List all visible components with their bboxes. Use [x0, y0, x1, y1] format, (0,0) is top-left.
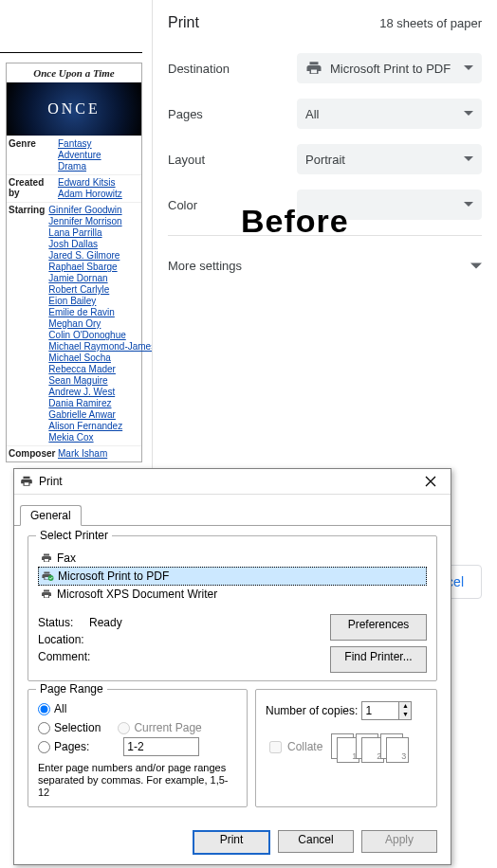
- radio-current-page: [118, 722, 130, 734]
- wiki-link[interactable]: Jared S. Gilmore: [48, 250, 120, 261]
- wiki-link[interactable]: Drama: [58, 161, 86, 172]
- wiki-link[interactable]: Emilie de Ravin: [48, 307, 114, 317]
- copies-spinner[interactable]: ▲▼: [361, 701, 412, 720]
- printer-icon: [40, 552, 53, 564]
- infobox-key: Created by: [7, 175, 56, 202]
- radio-pages[interactable]: [38, 741, 50, 753]
- infobox: Once Upon a Time ONCE GenreFantasyAdvent…: [6, 63, 142, 462]
- chevron-down-icon: [464, 65, 473, 71]
- collate-checkbox: [269, 741, 282, 753]
- layout-select[interactable]: Portrait: [297, 144, 482, 174]
- wiki-link[interactable]: Mekia Cox: [48, 432, 93, 443]
- sheet-count: 18 sheets of paper: [379, 16, 482, 30]
- wiki-link[interactable]: Raphael Sbarge: [48, 262, 117, 272]
- wiki-link[interactable]: Andrew J. West: [48, 387, 115, 397]
- infobox-key: Starring: [7, 203, 46, 445]
- destination-label: Destination: [168, 62, 297, 76]
- wiki-link[interactable]: Jamie Dornan: [48, 273, 107, 283]
- radio-all[interactable]: [38, 703, 50, 715]
- status-label: Status:: [38, 616, 73, 629]
- select-printer-group: Select Printer FaxMicrosoft Print to PDF…: [28, 535, 437, 681]
- location-label: Location:: [38, 631, 330, 648]
- dialog-title: Print: [39, 475, 63, 488]
- dialog-cancel-button[interactable]: Cancel: [278, 830, 354, 853]
- more-settings-toggle[interactable]: More settings: [153, 244, 497, 287]
- pages-select[interactable]: All: [297, 99, 482, 129]
- radio-selection[interactable]: [38, 722, 50, 734]
- more-settings-label: More settings: [168, 259, 242, 273]
- printer-icon: [305, 60, 322, 77]
- dialog-titlebar[interactable]: Print: [14, 469, 451, 495]
- printer-list[interactable]: FaxMicrosoft Print to PDFMicrosoft XPS D…: [38, 550, 427, 603]
- collate-label: Collate: [287, 740, 322, 753]
- spinner-down-icon[interactable]: ▼: [399, 711, 411, 719]
- infobox-value: Mark Isham: [56, 446, 141, 461]
- pages-input[interactable]: [123, 737, 199, 756]
- copies-input[interactable]: [361, 701, 399, 720]
- show-logo-text: ONCE: [47, 100, 101, 118]
- wiki-link[interactable]: Mark Isham: [58, 448, 107, 459]
- page-range-group: Page Range All Selection Current Page Pa…: [28, 689, 248, 807]
- printer-icon: [40, 588, 53, 600]
- infobox-key: Composer: [7, 446, 56, 461]
- page-range-hint: Enter page numbers and/or page ranges se…: [38, 762, 237, 799]
- wiki-link[interactable]: Adventure: [58, 150, 101, 160]
- dialog-print-button[interactable]: Print: [193, 830, 270, 855]
- chevron-down-icon: [464, 156, 473, 162]
- wiki-link[interactable]: Adam Horowitz: [58, 189, 122, 199]
- printer-item[interactable]: Fax: [38, 550, 427, 567]
- wiki-link[interactable]: Colin O'Donoghue: [48, 330, 125, 340]
- infobox-value: Ginnifer GoodwinJennifer MorrisonLana Pa…: [46, 203, 157, 445]
- preferences-button[interactable]: Preferences: [330, 614, 427, 641]
- chevron-down-icon: [464, 111, 473, 117]
- infobox-value: Edward KitsisAdam Horowitz: [56, 175, 141, 202]
- spinner-up-icon[interactable]: ▲: [399, 702, 411, 711]
- wiki-link[interactable]: Eion Bailey: [48, 296, 96, 306]
- printer-item[interactable]: Microsoft Print to PDF: [38, 567, 427, 586]
- infobox-image: ONCE: [7, 82, 141, 136]
- wiki-link[interactable]: Sean Maguire: [48, 375, 107, 386]
- infobox-key: Genre: [7, 136, 56, 174]
- wiki-link[interactable]: Robert Carlyle: [48, 284, 109, 295]
- dialog-apply-button: Apply: [361, 830, 437, 853]
- comment-label: Comment:: [38, 648, 330, 665]
- collate-preview: 11 22 33: [331, 733, 405, 760]
- printer-icon: [41, 570, 54, 582]
- wiki-link[interactable]: Gabrielle Anwar: [48, 409, 116, 420]
- chevron-down-icon: [470, 259, 482, 273]
- print-title: Print: [168, 14, 199, 31]
- wiki-link[interactable]: Josh Dallas: [48, 239, 98, 249]
- wiki-link[interactable]: Edward Kitsis: [58, 177, 116, 188]
- wiki-link[interactable]: Lana Parrilla: [48, 227, 101, 238]
- before-label: Before: [241, 203, 349, 240]
- tab-general[interactable]: General: [20, 505, 82, 526]
- layout-label: Layout: [168, 153, 297, 167]
- wiki-link[interactable]: Alison Fernandez: [48, 421, 122, 431]
- wiki-link[interactable]: Dania Ramirez: [48, 398, 111, 408]
- wiki-link[interactable]: Fantasy: [58, 138, 92, 149]
- printer-icon: [20, 475, 33, 488]
- copies-group: Number of copies: ▲▼ Collate 11 22 33: [255, 689, 437, 807]
- pages-label: Pages: [168, 107, 297, 121]
- svg-point-0: [47, 575, 53, 581]
- divider: [0, 52, 142, 53]
- print-dialog: Print General Select Printer FaxMicrosof…: [13, 468, 451, 865]
- wiki-link[interactable]: Meghan Ory: [48, 318, 101, 329]
- status-value: Ready: [89, 616, 122, 629]
- close-button[interactable]: [416, 471, 445, 492]
- chevron-down-icon: [464, 202, 473, 208]
- wiki-link[interactable]: Michael Socha: [48, 353, 111, 363]
- page-range-label: Page Range: [36, 682, 107, 696]
- find-printer-button[interactable]: Find Printer...: [330, 646, 427, 673]
- infobox-value: FantasyAdventureDrama: [56, 136, 141, 174]
- copies-label: Number of copies:: [266, 704, 358, 717]
- wiki-link[interactable]: Michael Raymond-James: [48, 341, 156, 352]
- wiki-link[interactable]: Jennifer Morrison: [48, 216, 121, 226]
- wiki-link[interactable]: Ginnifer Goodwin: [48, 205, 121, 215]
- printer-item[interactable]: Microsoft XPS Document Writer: [38, 586, 427, 603]
- select-printer-label: Select Printer: [36, 529, 112, 542]
- infobox-title: Once Upon a Time: [7, 63, 141, 82]
- wiki-link[interactable]: Rebecca Mader: [48, 364, 116, 374]
- destination-select[interactable]: Microsoft Print to PDF: [297, 53, 482, 83]
